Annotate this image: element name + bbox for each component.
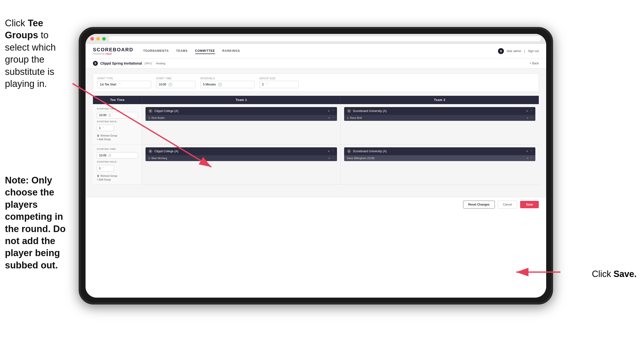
team1-actions-1: ✕ ⌃: [328, 109, 334, 113]
teams-col-1: B Clippd College (A) ✕ ⌃: [142, 104, 539, 144]
intervals-spinner: 🕐: [218, 82, 222, 86]
time-input-2[interactable]: 10:05 🕐: [97, 152, 138, 159]
tee-row-2: STARTING TIME: 10:05 🕐 STARTING HOLE: 1 …: [93, 144, 539, 185]
team2-actions-1: ✕ ⌃: [526, 109, 532, 113]
start-time-spinner: 🕐: [168, 82, 172, 86]
start-time-label: Start Time: [156, 77, 196, 80]
add-group-2[interactable]: + Add Group: [97, 178, 138, 181]
team1-cell-2: B Clippd College (A) ✕ ⌃: [142, 144, 341, 184]
intervals-input[interactable]: 5 Minutes 🕐: [200, 81, 254, 88]
team2-header-2: S Scoreboard University (A) ✕ ⌃: [344, 147, 536, 155]
player2-remove-1[interactable]: ✕: [526, 117, 528, 119]
team2-entry-2[interactable]: S Scoreboard University (A) ✕ ⌃: [344, 147, 536, 161]
team1-entry-1[interactable]: B Clippd College (A) ✕ ⌃: [146, 107, 337, 121]
browser-address-bar[interactable]: [108, 36, 541, 42]
start-type-group: Start Type 1st Tee Start ⌃: [97, 77, 151, 88]
nav-tournaments[interactable]: TOURNAMENTS: [143, 48, 168, 54]
sign-out-link[interactable]: Sign out: [528, 49, 539, 53]
nav-rankings[interactable]: RANKINGS: [222, 48, 240, 54]
reset-changes-button[interactable]: Reset Changes: [463, 201, 495, 209]
teams-col-2: B Clippd College (A) ✕ ⌃: [142, 144, 539, 184]
sub-header: B Clippd Spring Invitational (Men) Hosti…: [86, 58, 546, 68]
tee-row-1: STARTING TIME: 10:00 🕐 STARTING HOLE: 1 …: [93, 104, 539, 144]
logo-powered-by: Powered by clippd: [93, 52, 133, 55]
action-links-2: 🗑 Remove Group + Add Group: [97, 174, 138, 181]
time-clock-icon-2: 🕐: [108, 154, 111, 157]
app-container: SCOREBOARD Powered by clippd TOURNAMENTS…: [86, 44, 546, 298]
hole-input-1[interactable]: 1 ⌃: [97, 125, 114, 131]
time-input-1[interactable]: 10:00 🕐: [97, 112, 138, 118]
event-gender: (Men): [144, 62, 152, 65]
team2-expand-2[interactable]: ⌃: [530, 150, 532, 153]
player2-actions-2: ✕ ⌃: [526, 157, 532, 160]
player2-expand-1[interactable]: ⌃: [530, 117, 532, 119]
event-name: Clippd Spring Invitational: [100, 61, 142, 65]
start-time-input[interactable]: 10:00 🕐: [156, 81, 196, 88]
main-content: Start Type 1st Tee Start ⌃ Start Time 10…: [86, 68, 546, 197]
browser-max-dot[interactable]: [102, 37, 106, 40]
tablet-screen: SCOREBOARD Powered by clippd TOURNAMENTS…: [86, 34, 546, 298]
team2-header-1: S Scoreboard University (A) ✕ ⌃: [344, 107, 536, 115]
team2-entry-1[interactable]: S Scoreboard University (A) ✕ ⌃: [344, 107, 536, 121]
hole-input-2[interactable]: 1 ⌃: [97, 165, 114, 171]
player-2-1[interactable]: 1. Rees Britt ✕ ⌃: [344, 115, 536, 121]
team2-remove-2[interactable]: ✕: [526, 150, 528, 153]
col-team2: Team 2: [340, 96, 539, 104]
start-type-input[interactable]: 1st Tee Start ⌃: [97, 81, 151, 88]
team2-cell-2: S Scoreboard University (A) ✕ ⌃: [341, 144, 539, 184]
top-navigation: SCOREBOARD Powered by clippd TOURNAMENTS…: [86, 44, 546, 58]
team2-name-2: Scoreboard University (A): [353, 150, 524, 153]
team1-remove-2[interactable]: ✕: [328, 150, 330, 153]
tee-groups-list: STARTING TIME: 10:00 🕐 STARTING HOLE: 1 …: [93, 104, 539, 185]
team2-expand-1[interactable]: ⌃: [530, 109, 532, 113]
nav-teams[interactable]: TEAMS: [176, 48, 188, 54]
time-clock-icon-1: 🕐: [108, 114, 111, 117]
instruction-note: Note: Only choose the players competing …: [0, 172, 81, 274]
team2-cell-1: S Scoreboard University (A) ✕ ⌃: [341, 104, 539, 144]
team1-dot-2: B: [148, 149, 152, 153]
nav-right: B blair admin | Sign out: [498, 48, 539, 54]
player1-remove-1[interactable]: ✕: [328, 117, 330, 119]
browser-close-dot[interactable]: [90, 37, 94, 40]
logo-area: SCOREBOARD Powered by clippd: [93, 47, 133, 55]
col-team1: Team 1: [142, 96, 340, 104]
group-size-input[interactable]: 2 ⌃: [259, 81, 299, 88]
team1-header-2: B Clippd College (A) ✕ ⌃: [146, 147, 337, 155]
browser-chrome: [86, 34, 546, 44]
browser-min-dot[interactable]: [96, 37, 100, 40]
user-avatar: B: [498, 48, 504, 54]
nav-committee[interactable]: COMMITTEE: [195, 48, 215, 54]
back-button[interactable]: < Back: [530, 62, 539, 65]
player1-actions-1: ✕ ⌃: [328, 117, 334, 119]
player2-expand-2[interactable]: ⌃: [530, 157, 532, 160]
remove-group-1[interactable]: 🗑 Remove Group: [97, 134, 138, 137]
team1-remove-1[interactable]: ✕: [328, 109, 330, 113]
player1-expand-2[interactable]: ⌃: [332, 157, 334, 160]
player-2-2-sub[interactable]: Dave Billingham (SUB) ✕ ⌃: [344, 155, 536, 161]
team1-cell-1: B Clippd College (A) ✕ ⌃: [142, 104, 341, 144]
team1-header-1: B Clippd College (A) ✕ ⌃: [146, 107, 337, 115]
settings-form-row: Start Type 1st Tee Start ⌃ Start Time 10…: [93, 73, 539, 92]
action-links-1: 🗑 Remove Group + Add Group: [97, 134, 138, 141]
save-button[interactable]: Save: [520, 201, 539, 208]
team1-expand-2[interactable]: ⌃: [332, 150, 334, 153]
click-save-label: Click Save.: [592, 269, 637, 279]
player-1-2[interactable]: 2. Blair McHarg ✕ ⌃: [146, 155, 337, 161]
start-type-spinner: ⌃: [118, 82, 121, 86]
player1-remove-2[interactable]: ✕: [328, 157, 330, 160]
player2-remove-2[interactable]: ✕: [526, 157, 528, 160]
starting-time-label-2: STARTING TIME:: [97, 148, 138, 150]
player-1-1[interactable]: 1. Rich Butler ✕ ⌃: [146, 115, 337, 121]
remove-group-2[interactable]: 🗑 Remove Group: [97, 174, 138, 177]
player1-expand-1[interactable]: ⌃: [332, 117, 334, 119]
group-size-spinner: ⌃: [266, 82, 269, 86]
add-group-1[interactable]: + Add Group: [97, 138, 138, 141]
group-size-label: Group Size: [259, 77, 299, 80]
tablet-device: SCOREBOARD Powered by clippd TOURNAMENTS…: [79, 27, 553, 305]
cancel-button[interactable]: Cancel: [498, 201, 517, 209]
team1-entry-2[interactable]: B Clippd College (A) ✕ ⌃: [146, 147, 337, 161]
trash-icon-1: 🗑: [97, 134, 100, 137]
team2-remove-1[interactable]: ✕: [526, 109, 528, 113]
hole-spinner-1: ⌃: [102, 126, 104, 130]
team1-expand-1[interactable]: ⌃: [332, 109, 334, 113]
